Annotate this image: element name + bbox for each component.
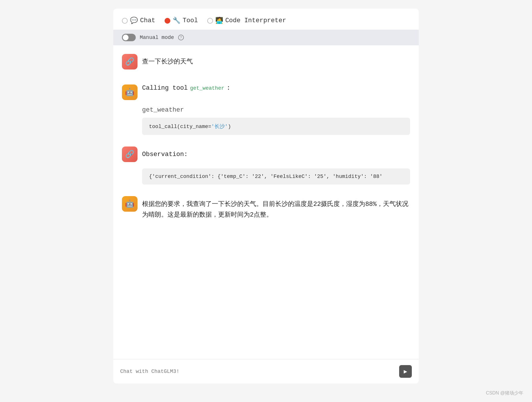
tab-tool-radio	[165, 18, 170, 24]
tab-code-label: Code Interpreter	[225, 17, 286, 24]
user-message-text: 查一下长沙的天气	[142, 54, 193, 67]
tool-call-close-paren: )	[228, 124, 231, 129]
message-final-answer: 🤖 根据您的要求，我查询了一下长沙的天气。目前长沙的温度是22摄氏度，湿度为88…	[122, 196, 410, 224]
manual-mode-label: Manual mode	[140, 35, 174, 40]
code-icon: 🧑‍💻	[215, 17, 223, 25]
message-observation: 🔗 Observation: {'current_condition': {'t…	[122, 146, 410, 185]
obs-avatar: 🔗	[122, 146, 137, 162]
tool-icon: 🔧	[173, 17, 180, 25]
observation-header: 🔗 Observation:	[122, 146, 410, 162]
user-avatar: 🔗	[122, 54, 137, 69]
observation-label: Observation:	[142, 146, 188, 159]
tool-call-param-value: '长沙'	[211, 124, 228, 129]
final-answer-text: 根据您的要求，我查询了一下长沙的天气。目前长沙的温度是22摄氏度，湿度为88%，…	[142, 196, 410, 221]
chat-icon: 💬	[130, 17, 138, 25]
message-user: 🔗 查一下长沙的天气	[122, 54, 410, 73]
help-icon[interactable]: ?	[178, 35, 184, 40]
watermark-text: CSDN @猪场少年	[486, 390, 523, 395]
final-answer-header: 🤖 根据您的要求，我查询了一下长沙的天气。目前长沙的温度是22摄氏度，湿度为88…	[122, 196, 410, 221]
watermark: CSDN @猪场少年	[486, 390, 523, 396]
tab-chat[interactable]: 💬 Chat	[122, 17, 155, 25]
tab-tool-label: Tool	[183, 17, 198, 24]
calling-tool-prefix: Calling tool	[142, 84, 188, 92]
chat-input[interactable]	[120, 369, 396, 374]
tab-chat-radio	[122, 18, 128, 24]
manual-mode-bar: Manual mode ?	[113, 30, 419, 45]
tool-call-label: Calling tool get_weather :	[142, 84, 230, 92]
ai-avatar-icon-1: 🤖	[125, 88, 134, 97]
tab-chat-label: Chat	[140, 17, 155, 24]
tab-bar: 💬 Chat 🔧 Tool 🧑‍💻 Code Interpreter	[113, 9, 419, 30]
send-arrow-icon: ►	[403, 368, 408, 375]
input-bar: ►	[113, 359, 419, 384]
tab-tool[interactable]: 🔧 Tool	[165, 17, 198, 25]
tool-code-block: tool_call(city_name='长沙')	[142, 118, 410, 135]
user-message-header: 🔗 查一下长沙的天气	[122, 54, 410, 69]
tool-call-code: tool_call(city_name=	[149, 124, 211, 129]
chat-area: 🔗 查一下长沙的天气 🤖 Calling tool get_weather : …	[113, 45, 419, 359]
send-button[interactable]: ►	[399, 365, 412, 378]
tool-call-colon: :	[227, 84, 230, 92]
message-tool-call: 🤖 Calling tool get_weather : get_weather…	[122, 84, 410, 135]
observation-code-block: {'current_condition': {'temp_C': '22', '…	[142, 168, 410, 185]
ai-avatar-icon-2: 🤖	[125, 199, 134, 208]
tab-code-radio	[207, 18, 213, 24]
help-question-mark: ?	[180, 35, 182, 40]
tool-call-header: 🤖 Calling tool get_weather :	[122, 84, 410, 100]
tool-function-name: get_weather	[142, 106, 410, 114]
obs-avatar-icon: 🔗	[125, 150, 134, 159]
observation-text: {'current_condition': {'temp_C': '22', '…	[149, 174, 382, 179]
tool-name-badge: get_weather	[190, 85, 224, 91]
ai-avatar-1: 🤖	[122, 84, 137, 100]
toggle-knob	[123, 35, 129, 40]
ai-avatar-2: 🤖	[122, 196, 137, 212]
tool-function-block: get_weather tool_call(city_name='长沙')	[142, 106, 410, 135]
tab-code-interpreter[interactable]: 🧑‍💻 Code Interpreter	[207, 17, 286, 25]
user-avatar-icon: 🔗	[125, 57, 134, 66]
manual-mode-toggle[interactable]	[122, 34, 136, 41]
